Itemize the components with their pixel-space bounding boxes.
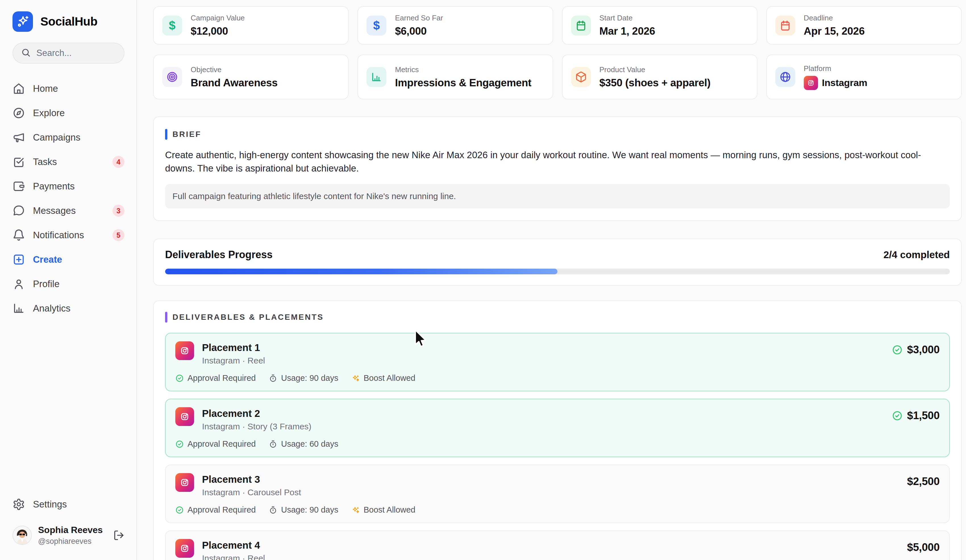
main-content: $ Campaign Value $12,000 $ Earned So Far…: [137, 0, 966, 560]
notifications-count-badge: 5: [113, 229, 125, 241]
sidebar-item-analytics[interactable]: Analytics: [13, 299, 125, 318]
chat-bubble-icon: [13, 205, 25, 217]
section-accent-bar: [165, 312, 168, 323]
instagram-icon: [175, 341, 194, 360]
stat-label: Deadline: [804, 14, 864, 23]
instagram-icon: [175, 407, 194, 426]
brief-note: Full campaign featuring athletic lifesty…: [165, 184, 950, 208]
placement-card-3[interactable]: Placement 3 Instagram · Carousel Post $2…: [165, 465, 950, 523]
stats-row-1: $ Campaign Value $12,000 $ Earned So Far…: [153, 6, 962, 44]
usage-tag: Usage: 60 days: [269, 439, 338, 449]
timer-icon: [269, 374, 277, 383]
stat-label: Objective: [191, 65, 278, 74]
dollar-icon: $: [162, 16, 182, 36]
stat-label: Earned So Far: [395, 14, 443, 23]
search-box[interactable]: [13, 43, 125, 64]
sidebar-item-notifications[interactable]: Notifications 5: [13, 226, 125, 244]
brief-text: Create authentic, high-energy content sh…: [165, 148, 950, 175]
boost-allowed-tag: Boost Allowed: [352, 373, 416, 383]
deliverables-header: DELIVERABLES & PLACEMENTS: [165, 312, 950, 323]
search-icon: [21, 48, 31, 59]
usage-tag: Usage: 90 days: [269, 505, 338, 514]
user-handle: @sophiareeves: [38, 537, 103, 546]
stat-label: Platform: [804, 64, 867, 73]
placement-card-2[interactable]: Placement 2 Instagram · Story (3 Frames)…: [165, 399, 950, 457]
sidebar-item-label: Payments: [33, 181, 75, 192]
progress-panel: Deliverables Progress 2/4 completed: [153, 239, 962, 286]
check-circle-icon: [175, 374, 184, 383]
bar-chart-icon: [13, 302, 25, 314]
globe-icon: [775, 67, 795, 87]
bell-icon: [13, 229, 25, 241]
placement-title: Placement 1: [202, 342, 265, 353]
sidebar-item-label: Analytics: [33, 303, 71, 314]
sidebar-item-label: Explore: [33, 108, 65, 118]
stat-label: Start Date: [600, 14, 655, 23]
sidebar-item-label: Settings: [33, 499, 67, 510]
app-title: SocialHub: [40, 15, 97, 28]
package-icon: [571, 67, 591, 87]
calendar-icon: [571, 16, 591, 36]
stat-card-deadline: Deadline Apr 15, 2026: [766, 6, 962, 44]
stat-value: Mar 1, 2026: [600, 25, 655, 37]
placement-subtitle: Instagram · Reel: [202, 356, 265, 365]
stat-label: Product Value: [600, 65, 711, 74]
socialhub-logo-icon: [13, 11, 33, 32]
sidebar-item-home[interactable]: Home: [13, 80, 125, 98]
wallet-icon: [13, 180, 25, 193]
sidebar-item-label: Profile: [33, 278, 60, 289]
deliverables-title: DELIVERABLES & PLACEMENTS: [172, 313, 324, 322]
sidebar-item-label: Notifications: [33, 230, 84, 241]
sidebar-item-settings[interactable]: Settings: [13, 495, 125, 513]
section-accent-bar: [165, 129, 168, 140]
stat-card-campaign-value: $ Campaign Value $12,000: [153, 6, 348, 44]
progress-status: 2/4 completed: [884, 249, 950, 260]
check-circle-icon: [175, 440, 184, 449]
usage-tag: Usage: 90 days: [269, 373, 338, 383]
placement-price: $3,000: [907, 344, 940, 356]
sidebar-item-messages[interactable]: Messages 3: [13, 201, 125, 220]
user-profile[interactable]: Sophia Reeves @sophiareeves: [13, 525, 125, 546]
sidebar-item-payments[interactable]: Payments: [13, 177, 125, 195]
stat-card-platform: Platform Instagram: [766, 54, 962, 99]
stat-card-metrics: Metrics Impressions & Engagement: [357, 54, 553, 99]
compass-icon: [13, 107, 25, 119]
stat-label: Metrics: [395, 65, 531, 74]
sparkles-icon: [352, 374, 360, 383]
brief-panel: BRIEF Create authentic, high-energy cont…: [153, 116, 962, 221]
placement-subtitle: Instagram · Carousel Post: [202, 488, 301, 497]
messages-count-badge: 3: [113, 205, 125, 217]
dollar-icon: $: [366, 16, 386, 36]
megaphone-icon: [13, 131, 25, 144]
boost-allowed-tag: Boost Allowed: [352, 505, 416, 514]
stat-label: Campaign Value: [191, 14, 245, 23]
approval-required-tag: Approval Required: [175, 505, 256, 514]
stat-value: $350 (shoes + apparel): [600, 77, 711, 89]
search-input[interactable]: [36, 48, 116, 58]
completed-check-icon: [892, 410, 903, 421]
stat-card-earned-so-far: $ Earned So Far $6,000: [357, 6, 553, 44]
completed-check-icon: [892, 344, 903, 355]
sidebar-item-create[interactable]: Create: [13, 251, 125, 269]
check-square-icon: [13, 156, 25, 168]
sidebar-item-profile[interactable]: Profile: [13, 275, 125, 293]
brief-title: BRIEF: [172, 130, 201, 139]
mouse-cursor: [412, 329, 429, 350]
stats-row-2: Objective Brand Awareness Metrics Impres…: [153, 54, 962, 99]
sidebar-item-campaigns[interactable]: Campaigns: [13, 128, 125, 147]
approval-required-tag: Approval Required: [175, 439, 256, 449]
sidebar-item-explore[interactable]: Explore: [13, 104, 125, 122]
target-icon: [162, 67, 182, 87]
approval-required-tag: Approval Required: [175, 373, 256, 383]
placement-subtitle: Instagram · Reel: [202, 553, 265, 560]
sidebar-item-label: Campaigns: [33, 132, 80, 143]
logout-icon[interactable]: [113, 530, 125, 541]
sidebar-item-tasks[interactable]: Tasks 4: [13, 153, 125, 171]
placement-card-4[interactable]: Placement 4 Instagram · Reel $5,000 Appr…: [165, 531, 950, 560]
placement-card-1[interactable]: Placement 1 Instagram · Reel $3,000 Appr…: [165, 333, 950, 391]
stat-value: Impressions & Engagement: [395, 77, 531, 89]
bar-chart-icon: [366, 67, 386, 87]
stat-card-start-date: Start Date Mar 1, 2026: [562, 6, 757, 44]
stat-value: Instagram: [822, 77, 867, 88]
instagram-icon: [804, 76, 818, 90]
